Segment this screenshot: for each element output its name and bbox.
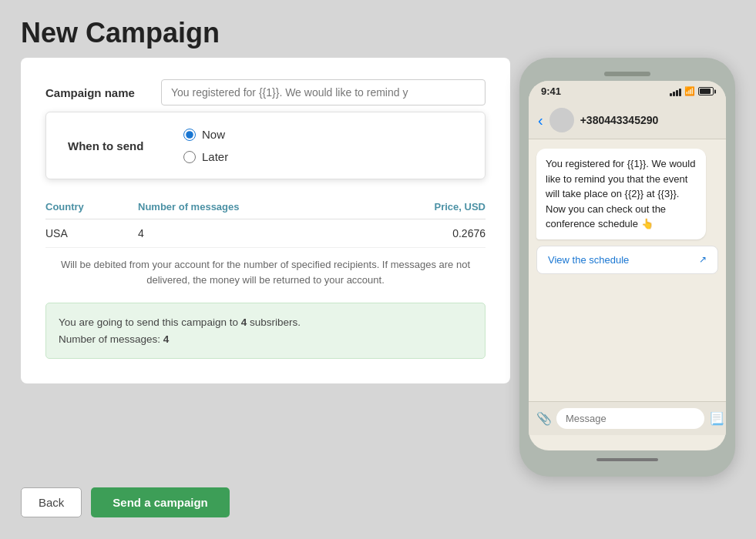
- notch-pill: [604, 72, 650, 76]
- status-time: 9:41: [541, 85, 561, 97]
- home-bar: [596, 458, 658, 461]
- link-button[interactable]: View the schedule ↗: [536, 246, 718, 274]
- wifi-icon: 📶: [684, 86, 695, 96]
- col-country: Country: [45, 201, 138, 213]
- chat-action-icons: 📃 ⌛ 🎤: [709, 411, 726, 426]
- radio-group: Now Later: [183, 128, 228, 163]
- info-text: Will be debited from your account for th…: [45, 257, 486, 287]
- message-bubble: You registered for {{1}}. We would like …: [536, 149, 706, 239]
- external-link-icon: ↗: [699, 254, 707, 265]
- summary-box: You are going to send this campaign to 4…: [45, 303, 486, 359]
- chat-input-bar: 📎 📃 ⌛ 🎤: [529, 401, 726, 435]
- link-button-label: View the schedule: [548, 254, 629, 266]
- col-messages: Number of messages: [138, 201, 435, 213]
- phone-frame: 9:41 📶 ‹ +38044: [519, 58, 735, 477]
- back-button[interactable]: Back: [21, 487, 82, 517]
- button-row: Back Send a campaign: [21, 487, 230, 517]
- summary-line2-prefix: Number of messages:: [59, 333, 163, 345]
- left-panel: Campaign name When to send Now Later Cou…: [21, 58, 510, 383]
- sticker-icon[interactable]: 📃: [709, 411, 724, 426]
- radio-now-label: Now: [202, 128, 225, 141]
- chat-header: ‹ +380443345290: [529, 102, 726, 139]
- status-icons: 📶: [670, 86, 714, 96]
- home-bar-container: [529, 458, 726, 461]
- send-campaign-button[interactable]: Send a campaign: [91, 487, 229, 517]
- signal-icon: [670, 87, 681, 96]
- summary-messages-count: 4: [163, 333, 170, 345]
- message-text: You registered for {{1}}. We would like …: [546, 158, 695, 229]
- message-area: You registered for {{1}}. We would like …: [529, 139, 726, 401]
- back-icon[interactable]: ‹: [538, 112, 543, 129]
- when-to-send-label: When to send: [68, 139, 183, 152]
- avatar: [549, 108, 574, 132]
- campaign-name-input[interactable]: [161, 79, 486, 105]
- summary-line1-suffix: subsribers.: [247, 316, 301, 328]
- radio-later-input[interactable]: [183, 151, 196, 163]
- when-to-send-card: When to send Now Later: [45, 112, 486, 179]
- phone-preview: 9:41 📶 ‹ +38044: [519, 58, 735, 477]
- status-bar: 9:41 📶: [529, 81, 726, 102]
- table-header: Country Number of messages Price, USD: [45, 195, 486, 219]
- row-price: 0.2676: [452, 227, 486, 239]
- attach-icon[interactable]: 📎: [536, 411, 552, 426]
- radio-now[interactable]: Now: [183, 128, 228, 141]
- campaign-name-row: Campaign name: [45, 79, 486, 105]
- summary-line1-prefix: You are going to send this campaign to: [59, 316, 241, 328]
- phone-screen: 9:41 📶 ‹ +38044: [529, 81, 726, 450]
- page-title: New Campaign: [21, 17, 220, 49]
- radio-later-label: Later: [202, 150, 228, 163]
- battery-icon: [698, 87, 714, 95]
- pricing-table: Country Number of messages Price, USD US…: [45, 195, 486, 287]
- radio-now-input[interactable]: [183, 129, 196, 141]
- message-input[interactable]: [556, 408, 704, 429]
- col-price: Price, USD: [435, 201, 486, 213]
- radio-later[interactable]: Later: [183, 150, 228, 163]
- campaign-name-label: Campaign name: [45, 86, 161, 99]
- row-messages: 4: [138, 227, 452, 239]
- row-country: USA: [45, 227, 138, 239]
- phone-notch: [529, 69, 726, 79]
- table-row: USA 4 0.2676: [45, 219, 486, 248]
- chat-contact-name: +380443345290: [580, 114, 659, 126]
